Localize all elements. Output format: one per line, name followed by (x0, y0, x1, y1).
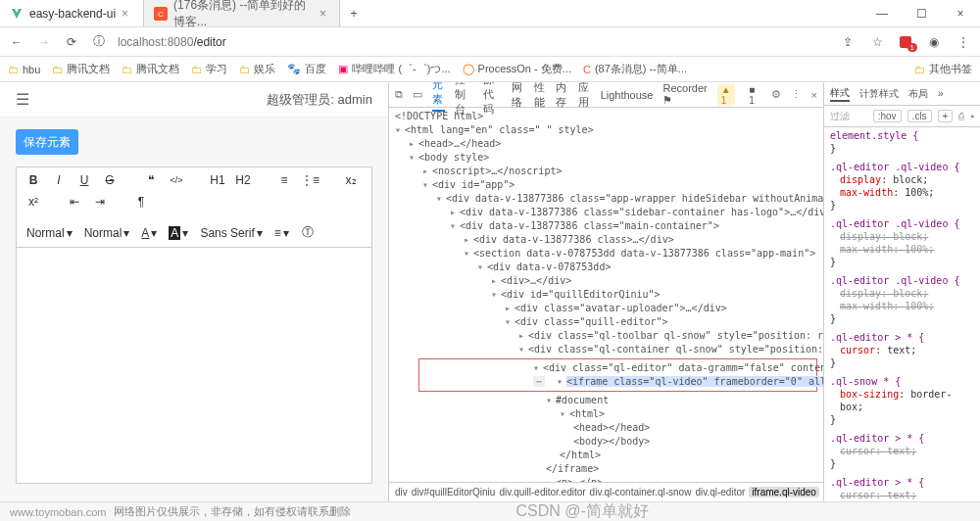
bookmark-item[interactable]: C(87条消息) --简单... (583, 62, 687, 76)
collapse-ellipsis-icon[interactable]: ⋯ (533, 376, 545, 387)
italic-button[interactable]: I (50, 173, 68, 187)
bookmark-item[interactable]: 🐾百度 (287, 62, 326, 76)
align-select[interactable]: ≡▾ (272, 226, 291, 240)
chevron-down-icon: ▾ (67, 226, 73, 240)
tab-lighthouse[interactable]: Lighthouse (601, 89, 654, 101)
other-bookmarks[interactable]: 🗀其他书签 (914, 62, 972, 76)
close-window-icon[interactable]: × (941, 0, 980, 26)
header-select[interactable]: Normal▾ (82, 226, 132, 240)
clean-button[interactable]: Ⓣ (299, 224, 317, 241)
chevron-down-icon: ▾ (151, 226, 157, 240)
indent-button[interactable]: ⇥ (91, 195, 109, 209)
breadcrumb[interactable]: div div#quillEditorQiniu div.quill-edito… (389, 482, 823, 501)
devtools-tabs: ⧉ ▭ 元素 控制台 源代码 网络 性能 内存 应用 Lighthouse Re… (389, 82, 823, 108)
back-icon[interactable]: ← (8, 35, 25, 49)
font-select[interactable]: Sans Serif▾ (198, 226, 264, 240)
info-badge[interactable]: ■ 1 (745, 84, 760, 106)
share-icon[interactable]: ⇪ (839, 35, 857, 49)
favicon-vue-icon (10, 7, 24, 21)
bookmark-item[interactable]: 🗀学习 (191, 62, 227, 76)
bookmark-item[interactable]: 🗀hbu (8, 64, 40, 75)
hov-chip[interactable]: :hov (873, 110, 902, 122)
style-rules[interactable]: element.style {}.ql-editor .ql-video {</… (824, 127, 980, 501)
bullet-list-button[interactable]: ⋮≡ (301, 173, 318, 187)
tab-layout[interactable]: 布局 (908, 87, 928, 101)
tab-network[interactable]: 网络 (512, 82, 524, 110)
more-icon[interactable]: ▪ (970, 111, 974, 121)
browser-tab-2[interactable]: C (176条消息) --简单到好的博客... × (144, 0, 340, 26)
bookmark-item[interactable]: 🗀腾讯文档 (52, 62, 110, 76)
strike-button[interactable]: G (101, 173, 119, 187)
browser-tab-1[interactable]: easy-backend-ui × (0, 0, 144, 26)
menu-icon[interactable]: ⋮ (955, 35, 972, 49)
close-devtools-icon[interactable]: × (811, 89, 817, 101)
background-select[interactable]: A▾ (167, 226, 190, 240)
cls-chip[interactable]: .cls (907, 110, 932, 122)
bold-button[interactable]: B (24, 173, 42, 187)
csdn-icon: C (583, 64, 591, 75)
chevron-down-icon: ▾ (182, 226, 188, 240)
profile-icon[interactable]: ◉ (925, 35, 943, 49)
ordered-list-button[interactable]: ≡ (275, 173, 293, 187)
bookmark-item[interactable]: ▣哔哩哔哩 (゜-゜)つ... (338, 62, 450, 76)
add-rule-button[interactable]: + (938, 110, 954, 122)
editor-content[interactable] (17, 248, 371, 483)
outdent-button[interactable]: ⇤ (66, 195, 83, 209)
minimize-icon[interactable]: — (862, 0, 902, 26)
tab-styles[interactable]: 样式 (830, 86, 850, 102)
h1-button[interactable]: H1 (209, 173, 226, 187)
warnings-badge[interactable]: ▲ 1 (717, 84, 736, 106)
info-icon[interactable]: ⓘ (90, 33, 108, 50)
selected-element[interactable]: <iframe class="ql-video" frameborder="0"… (566, 376, 823, 387)
direction-button[interactable]: ¶ (132, 195, 150, 209)
tab-performance[interactable]: 性能 (534, 82, 547, 110)
more-icon[interactable]: ⋮ (791, 88, 802, 101)
new-tab-button[interactable]: + (340, 0, 368, 26)
window-controls: — ☐ × (862, 0, 980, 26)
admin-label[interactable]: 超级管理员: admin (267, 91, 372, 109)
address-field[interactable]: localhost:8080/editor (118, 35, 226, 49)
processon-icon: ◯ (463, 63, 474, 75)
size-select[interactable]: Normal▾ (24, 226, 74, 240)
tab-recorder[interactable]: Recorder ⚑ (662, 82, 707, 107)
save-button[interactable]: 保存元素 (16, 129, 78, 155)
blockquote-button[interactable]: ❝ (142, 173, 160, 187)
tab-computed[interactable]: 计算样式 (859, 87, 899, 101)
bilibili-icon: ▣ (338, 63, 348, 75)
bookmark-item[interactable]: ◯ProcessOn - 免费... (463, 62, 571, 76)
subscript-button[interactable]: x₂ (342, 173, 360, 187)
maximize-icon[interactable]: ☐ (902, 0, 941, 26)
color-select[interactable]: A▾ (139, 226, 159, 240)
dom-tree[interactable]: <!DOCTYPE html> ▾<html lang="en" class="… (389, 108, 823, 482)
filter-input[interactable]: 过滤 (830, 110, 867, 123)
bookmarks-bar: 🗀hbu 🗀腾讯文档 🗀腾讯文档 🗀学习 🗀娱乐 🐾百度 ▣哔哩哔哩 (゜-゜)… (0, 57, 980, 82)
inspect-icon[interactable]: ⧉ (395, 88, 403, 101)
codeblock-button[interactable]: </> (168, 175, 185, 185)
hamburger-icon[interactable]: ☰ (16, 90, 29, 109)
folder-icon: 🗀 (52, 64, 63, 75)
bookmark-item[interactable]: 🗀腾讯文档 (122, 62, 179, 76)
bookmark-item[interactable]: 🗀娱乐 (239, 62, 275, 76)
underline-button[interactable]: U (75, 173, 93, 187)
close-icon[interactable]: × (122, 7, 133, 21)
print-icon[interactable]: ⎙ (958, 111, 964, 121)
device-mode-icon[interactable]: ▭ (413, 88, 422, 101)
reload-icon[interactable]: ⟳ (63, 35, 80, 49)
gear-icon[interactable]: ⚙ (771, 88, 781, 101)
tab-memory[interactable]: 内存 (556, 82, 568, 110)
extension-icon[interactable]: 1 (898, 34, 913, 50)
tab-title: (176条消息) --简单到好的博客... (173, 0, 314, 30)
baidu-icon: 🐾 (287, 63, 301, 75)
bookmark-icon[interactable]: ☆ (868, 35, 886, 49)
superscript-button[interactable]: x² (24, 195, 42, 209)
devtools-panel: ⧉ ▭ 元素 控制台 源代码 网络 性能 内存 应用 Lighthouse Re… (388, 82, 980, 501)
more-tabs[interactable]: » (938, 88, 944, 99)
h2-button[interactable]: H2 (234, 173, 252, 187)
forward-icon: → (35, 35, 53, 49)
folder-icon: 🗀 (191, 64, 202, 75)
editor-toolbar: B I U G ❝ </> H1 H2 ≡ ⋮≡ x₂ x² ⇤ ⇥ (17, 167, 371, 248)
chevron-down-icon: ▾ (257, 226, 263, 240)
tab-application[interactable]: 应用 (578, 82, 591, 110)
page-content: ☰ 超级管理员: admin 保存元素 B I U G ❝ </> H1 H2 … (0, 82, 388, 501)
close-icon[interactable]: × (319, 7, 329, 21)
